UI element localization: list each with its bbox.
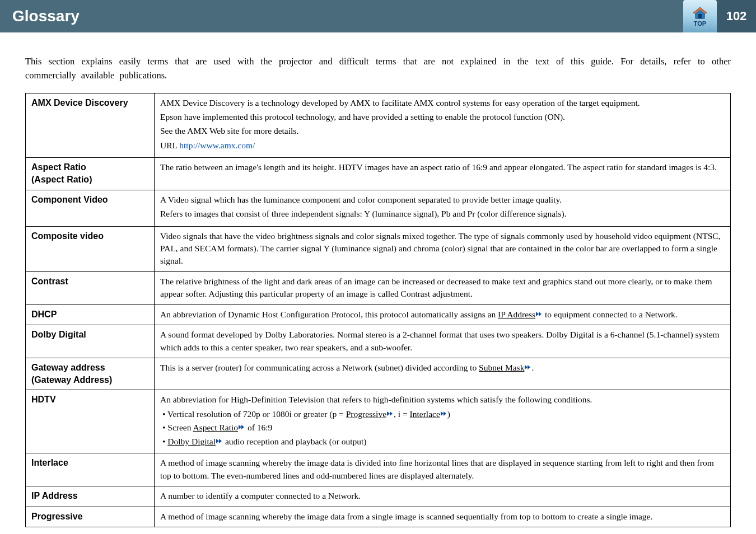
page-title: Glossary [12,7,80,25]
def-cell: The ratio between an image's length and … [155,158,731,190]
glossary-link-icon [536,311,543,317]
glossary-table: AMX Device Discovery AMX Device Discover… [25,93,731,528]
def-text: ) [447,409,450,419]
table-row: Interlace A method of image scanning whe… [26,453,731,486]
glossary-link-icon [387,411,394,417]
glossary-link-icon [239,424,245,430]
def-cell: A method of image scanning whereby the i… [155,453,731,486]
def-cell: An abbreviation of Dynamic Host Configur… [155,305,731,325]
term-cell: AMX Device Discovery [26,93,155,158]
intro-text: This section explains easily terms that … [25,55,731,83]
def-text: of 16:9 [245,423,272,432]
table-row: Composite video Video signals that have … [26,226,731,271]
def-text: A Video signal which has the luminance c… [160,194,725,206]
term-text: (Aspect Ratio) [31,174,148,186]
xref-subnet-mask[interactable]: Subnet Mask [479,363,524,372]
house-icon [692,6,708,20]
def-text: URL http://www.amx.com/ [160,139,725,152]
xref-interlace[interactable]: Interlace [410,409,440,419]
table-row: Contrast The relative brightness of the … [26,271,731,305]
page-content: This section explains easily terms that … [0,32,756,534]
def-text: , i = [394,409,410,419]
def-text: This is a server (router) for communicat… [160,363,479,372]
page-header: Glossary TOP 102 [0,0,756,32]
def-text: Vertical resolution of 720p or 1080i or … [167,409,346,419]
term-text: Aspect Ratio [31,161,148,174]
def-text: . [531,363,534,372]
table-row: DHCP An abbreviation of Dynamic Host Con… [26,305,731,325]
def-text: AMX Device Discovery is a technology dev… [160,97,725,109]
table-row: HDTV An abbreviation for High-Definition… [26,390,731,453]
def-text: Refers to images that consist of three i… [160,208,725,220]
glossary-link-icon [216,438,223,444]
term-cell: Contrast [26,271,155,305]
term-cell: Component Video [26,190,155,226]
list-item: Screen Aspect Ratio of 16:9 [162,421,725,434]
def-cell: A sound format developed by Dolby Labora… [155,325,731,358]
svg-rect-1 [698,14,702,18]
def-cell: Video signals that have the video bright… [155,226,731,271]
xref-aspect-ratio[interactable]: Aspect Ratio [193,423,239,432]
page-number: 102 [717,0,756,32]
term-cell: Gateway address (Gateway Address) [26,358,155,390]
def-text: An abbreviation of Dynamic Host Configur… [160,310,498,319]
term-cell: Composite video [26,226,155,271]
table-row: Gateway address (Gateway Address) This i… [26,358,731,390]
def-text: An abbreviation for High-Definition Tele… [160,394,725,406]
term-text: (Gateway Address) [31,374,148,386]
def-text: Epson have implemented this protocol tec… [160,111,725,123]
table-row: AMX Device Discovery AMX Device Discover… [26,93,731,158]
term-cell: Aspect Ratio (Aspect Ratio) [26,158,155,190]
def-cell: A method of image scanning whereby the i… [155,507,731,527]
def-cell: AMX Device Discovery is a technology dev… [155,93,731,158]
term-cell: DHCP [26,305,155,325]
term-cell: IP Address [26,486,155,507]
def-text: See the AMX Web site for more details. [160,125,725,137]
term-cell: Progressive [26,507,155,527]
table-row: Progressive A method of image scanning w… [26,507,731,527]
def-cell: The relative brightness of the light and… [155,271,731,305]
def-text: audio reception and playback (or output) [223,437,367,446]
term-cell: Interlace [26,453,155,486]
header-right: TOP 102 [683,0,756,32]
def-text: to equipment connected to a Network. [543,310,678,319]
amx-url-link[interactable]: http://www.amx.com/ [179,140,255,150]
glossary-link-icon [525,364,531,371]
def-cell: A number to identify a computer connecte… [155,486,731,507]
xref-ip-address[interactable]: IP Address [498,310,535,319]
table-row: Dolby Digital A sound format developed b… [26,325,731,358]
term-cell: HDTV [26,390,155,453]
bullet-list: Vertical resolution of 720p or 1080i or … [160,408,725,448]
xref-dolby-digital[interactable]: Dolby Digital [167,437,216,446]
def-cell: A Video signal which has the luminance c… [155,190,731,226]
table-row: Aspect Ratio (Aspect Ratio) The ratio be… [26,158,731,190]
def-text: Screen [167,423,193,432]
list-item: Vertical resolution of 720p or 1080i or … [162,408,725,420]
def-cell: This is a server (router) for communicat… [155,358,731,390]
term-cell: Dolby Digital [26,325,155,358]
def-cell: An abbreviation for High-Definition Tele… [155,390,731,453]
table-row: Component Video A Video signal which has… [26,190,731,226]
xref-progressive[interactable]: Progressive [346,409,386,419]
table-row: IP Address A number to identify a comput… [26,486,731,507]
glossary-link-icon [441,411,447,417]
term-text: Gateway address [31,362,148,374]
top-button[interactable]: TOP [683,0,717,32]
list-item: Dolby Digital audio reception and playba… [162,435,725,448]
top-label: TOP [694,20,706,27]
url-prefix: URL [160,140,179,150]
